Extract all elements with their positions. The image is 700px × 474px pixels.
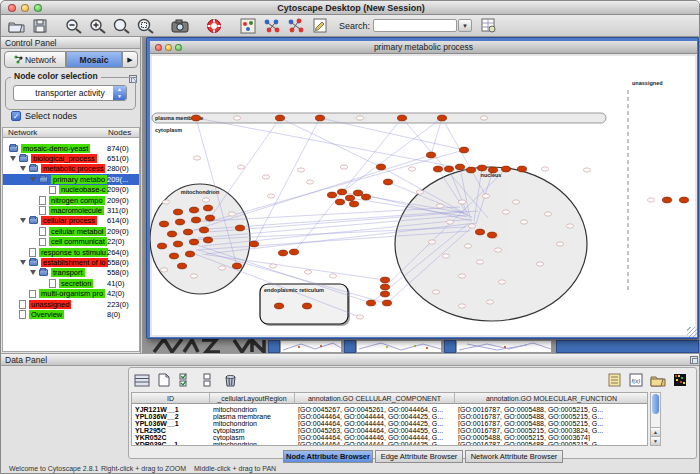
gene-node-unselected[interactable] bbox=[494, 248, 501, 252]
tree-item-primary-metabo[interactable]: primary metabo209(... bbox=[3, 174, 139, 184]
zoom-selected-icon[interactable] bbox=[135, 17, 157, 35]
gene-node-unselected[interactable] bbox=[464, 244, 471, 248]
gene-node[interactable] bbox=[380, 277, 389, 283]
gene-node[interactable] bbox=[383, 179, 392, 185]
tree-item-multi-organism-pro[interactable]: multi-organism pro42(0) bbox=[3, 289, 139, 299]
gene-node-unselected[interactable] bbox=[458, 304, 465, 308]
background-window-corner[interactable] bbox=[344, 340, 356, 353]
layout-icon[interactable] bbox=[261, 17, 283, 35]
gene-node-unselected[interactable] bbox=[408, 167, 415, 171]
table-cell[interactable]: YKR052C bbox=[135, 434, 209, 441]
gene-node-unselected[interactable] bbox=[476, 260, 483, 264]
gene-node[interactable] bbox=[361, 194, 370, 200]
gene-node[interactable] bbox=[345, 195, 354, 201]
tab-network[interactable]: Network bbox=[4, 51, 66, 68]
tree-item-nitrogen-compo[interactable]: nitrogen compo209(0) bbox=[3, 195, 139, 205]
tree-item-establishment-of-lo[interactable]: establishment of lo558(0) bbox=[3, 257, 139, 267]
gene-node[interactable] bbox=[662, 197, 671, 203]
table-cell[interactable]: YDR039C__1 bbox=[135, 441, 209, 446]
gene-node[interactable] bbox=[183, 229, 192, 235]
help-icon[interactable] bbox=[203, 17, 225, 35]
gene-node[interactable] bbox=[459, 147, 468, 153]
gene-node[interactable] bbox=[337, 189, 346, 195]
gene-node[interactable] bbox=[353, 190, 362, 196]
color-attribute-dropdown[interactable]: transporter activity ▲▼ bbox=[13, 85, 127, 101]
annotation-icon[interactable] bbox=[309, 17, 331, 35]
layout-alt-icon[interactable] bbox=[285, 17, 307, 35]
gene-node-unselected[interactable] bbox=[480, 116, 487, 120]
gene-node-unselected[interactable] bbox=[304, 270, 311, 274]
network-window-titlebar[interactable]: primary metabolic process bbox=[150, 41, 697, 54]
network-canvas[interactable]: plasma membranecytoplasmmitochondrionnuc… bbox=[150, 54, 697, 337]
table-cell[interactable]: plasma membrane bbox=[213, 413, 294, 420]
gene-node-unselected[interactable] bbox=[458, 200, 465, 204]
table-cell[interactable]: mitochondrion bbox=[213, 420, 294, 427]
gene-node[interactable] bbox=[191, 217, 200, 223]
attribute-form-icon[interactable] bbox=[604, 371, 624, 389]
gene-node[interactable] bbox=[302, 303, 311, 309]
background-window-corner[interactable] bbox=[444, 340, 456, 353]
gene-node-unselected[interactable] bbox=[446, 220, 453, 224]
gene-node[interactable] bbox=[335, 199, 344, 205]
import-attributes-icon[interactable] bbox=[648, 371, 668, 389]
expander-icon[interactable] bbox=[20, 260, 26, 265]
snapshot-icon[interactable] bbox=[169, 17, 191, 35]
gene-node[interactable] bbox=[380, 284, 389, 290]
gene-node[interactable] bbox=[433, 166, 442, 172]
resize-grip[interactable] bbox=[687, 327, 697, 337]
gene-node-unselected[interactable] bbox=[269, 264, 276, 268]
table-cell[interactable]: [GO:0044464, GO:0044446, GO:0044444, G..… bbox=[298, 434, 454, 441]
tree-item-cellular-metabol[interactable]: cellular metabol209(0) bbox=[3, 226, 139, 236]
gene-node-unselected[interactable] bbox=[544, 212, 551, 216]
gene-node[interactable] bbox=[159, 221, 168, 227]
table-column-header[interactable]: _cellularLayoutRegion bbox=[210, 393, 295, 404]
vizmapper-icon[interactable] bbox=[237, 17, 259, 35]
gene-node-unselected[interactable] bbox=[502, 210, 509, 214]
float-panel-icon[interactable] bbox=[690, 356, 698, 364]
gene-node-unselected[interactable] bbox=[190, 274, 197, 278]
close-icon[interactable] bbox=[8, 4, 16, 12]
attribute-editor-icon[interactable] bbox=[477, 17, 499, 35]
zoom-fit-icon[interactable] bbox=[111, 17, 133, 35]
gene-node[interactable] bbox=[475, 229, 484, 235]
gene-node[interactable] bbox=[501, 166, 510, 172]
tab-edge-attribute-browser[interactable]: Edge Attribute Browser bbox=[375, 450, 463, 463]
gene-node[interactable] bbox=[189, 239, 198, 245]
table-column-header[interactable]: annotation.GO CELLULAR_COMPONENT bbox=[295, 393, 455, 404]
gene-node[interactable] bbox=[235, 225, 244, 231]
zoom-window-icon[interactable] bbox=[34, 4, 42, 12]
gene-node[interactable] bbox=[203, 205, 212, 211]
table-cell[interactable]: [GO:0016787, GO:0005488, GO:0005215, G..… bbox=[458, 420, 648, 427]
table-scrollbar[interactable]: ▲ ▼ bbox=[650, 392, 661, 446]
table-cell[interactable]: YPL036W__1 bbox=[135, 420, 209, 427]
tree-item-overview[interactable]: Overview8(0) bbox=[3, 309, 139, 319]
gene-node-unselected[interactable] bbox=[498, 280, 505, 284]
table-column-header[interactable]: annotation.GO MOLECULAR_FUNCTION bbox=[455, 393, 648, 404]
gene-node-unselected[interactable] bbox=[541, 167, 548, 171]
gene-node[interactable] bbox=[177, 263, 186, 269]
title-bar[interactable]: Cytoscape Desktop (New Session) bbox=[1, 1, 700, 15]
gene-node[interactable] bbox=[349, 201, 358, 207]
gene-node[interactable] bbox=[397, 115, 406, 121]
table-cell[interactable]: [GO:0044464, GO:0044444, GO:0044425, G..… bbox=[298, 441, 454, 446]
gene-node[interactable] bbox=[275, 115, 284, 121]
gene-node[interactable] bbox=[477, 165, 486, 171]
tree-item-secretion[interactable]: secretion41(0) bbox=[3, 278, 139, 288]
background-window-corner[interactable] bbox=[556, 340, 699, 353]
tree-item-mosaic-demo-yeast[interactable]: mosaic-demo-yeast874(0) bbox=[3, 143, 139, 153]
gene-node-unselected[interactable] bbox=[486, 300, 493, 304]
expander-icon[interactable] bbox=[20, 166, 26, 171]
gene-node-unselected[interactable] bbox=[432, 290, 439, 294]
unselect-all-icon[interactable] bbox=[198, 371, 218, 389]
expander-icon[interactable] bbox=[30, 177, 36, 182]
gene-node[interactable] bbox=[157, 243, 166, 249]
gene-node-unselected[interactable] bbox=[297, 168, 304, 172]
table-cell[interactable]: [GO:0016787, GO:0005215, GO:0003824, G..… bbox=[458, 427, 648, 434]
gene-node[interactable] bbox=[175, 219, 184, 225]
zoom-window-icon[interactable] bbox=[175, 44, 182, 51]
scrollbar-thumb[interactable] bbox=[652, 394, 659, 414]
gene-node[interactable] bbox=[189, 207, 198, 213]
gene-node-unselected[interactable] bbox=[267, 194, 274, 198]
gene-node-unselected[interactable] bbox=[340, 165, 347, 169]
save-icon[interactable] bbox=[29, 17, 51, 35]
